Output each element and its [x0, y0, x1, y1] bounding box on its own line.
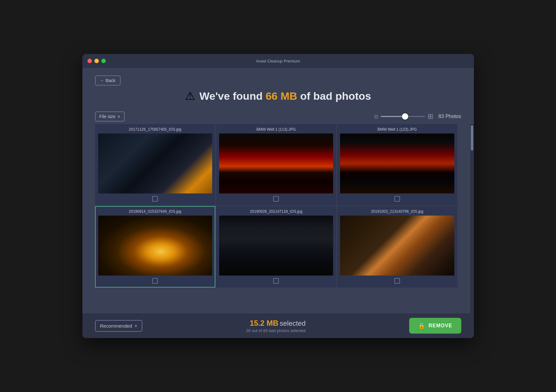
photo-checkbox[interactable] — [152, 278, 158, 284]
content-area: 20171126_175657405_iOS.jpgBMW Welt 1 (11… — [82, 124, 474, 313]
window-title: Avast Cleanup Premium — [256, 59, 300, 63]
zoom-out-icon: ⊟ — [374, 114, 378, 120]
minimize-button[interactable] — [94, 59, 99, 63]
sort-label: File size — [99, 114, 116, 119]
photo-checkbox[interactable] — [273, 196, 279, 202]
photo-filename: BMW Welt 1 (113).JPG — [219, 127, 333, 132]
photo-checkbox[interactable] — [394, 278, 400, 284]
photo-card[interactable]: BMW Welt 1 (123).JPG — [337, 124, 457, 205]
title-size: 66 MB — [266, 90, 297, 102]
page-title-row: ⚠ We've found 66 MB of bad photos — [95, 89, 461, 103]
photo-card[interactable]: 20190928_201147118_iOS.jpg — [216, 206, 336, 288]
photo-thumbnail — [98, 216, 212, 276]
photo-card[interactable]: 20190914_015337649_iOS.jpg — [95, 206, 215, 288]
selected-size: 15.2 MB — [250, 319, 278, 327]
recommended-dropdown[interactable]: Recommended ∨ — [95, 320, 143, 332]
remove-button[interactable]: 🔒 REMOVE — [409, 318, 461, 334]
zoom-slider[interactable] — [381, 116, 425, 117]
scrollbar-thumb — [471, 125, 473, 151]
photo-filename: 20190914_015337649_iOS.jpg — [98, 209, 212, 214]
app-window: Avast Cleanup Premium ← Back ⚠ We've fou… — [82, 54, 474, 338]
photo-thumbnail — [340, 216, 454, 276]
toolbar: File size ∨ ⊟ ⊞ 83 Photos — [82, 108, 474, 124]
selected-text: selected — [280, 319, 306, 327]
lock-icon: 🔒 — [418, 322, 425, 329]
zoom-slider-area: ⊟ ⊞ — [374, 112, 433, 121]
traffic-lights — [87, 59, 106, 63]
slider-fill — [381, 116, 405, 117]
photo-grid: 20171126_175657405_iOS.jpgBMW Welt 1 (11… — [95, 124, 457, 288]
photo-checkbox[interactable] — [273, 278, 279, 284]
recommended-label: Recommended — [100, 323, 132, 329]
close-button[interactable] — [87, 59, 92, 63]
zoom-in-icon: ⊞ — [427, 112, 433, 121]
slider-thumb — [402, 113, 408, 120]
photo-card[interactable]: BMW Welt 1 (113).JPG — [216, 124, 336, 205]
maximize-button[interactable] — [101, 59, 106, 63]
chevron-down-icon: ∨ — [135, 324, 137, 328]
photo-filename: BMW Welt 1 (123).JPG — [340, 127, 454, 132]
remove-label: REMOVE — [428, 323, 452, 329]
photo-checkbox[interactable] — [152, 196, 158, 202]
photo-thumbnail — [219, 216, 333, 276]
sort-dropdown[interactable]: File size ∨ — [95, 111, 125, 122]
photo-thumbnail — [219, 134, 333, 193]
photo-count: 83 Photos — [438, 114, 461, 119]
photo-filename: 20190928_201147118_iOS.jpg — [219, 209, 333, 214]
photo-thumbnail — [98, 134, 212, 193]
chevron-down-icon: ∨ — [117, 114, 120, 119]
scrollbar[interactable] — [470, 124, 474, 313]
page-title: We've found 66 MB of bad photos — [200, 90, 371, 102]
photo-filename: 20171126_175657405_iOS.jpg — [98, 127, 212, 132]
selected-size-row: 15.2 MB selected — [246, 319, 306, 328]
selection-detail: 26 out of 83 bad photos selected — [246, 328, 306, 333]
photo-checkbox[interactable] — [394, 196, 400, 202]
title-bar: Avast Cleanup Premium — [82, 54, 474, 68]
back-button[interactable]: ← Back — [95, 75, 121, 86]
footer-selection-info: 15.2 MB selected 26 out of 83 bad photos… — [246, 319, 306, 333]
main-content: ← Back ⚠ We've found 66 MB of bad photos… — [82, 68, 474, 313]
warning-icon: ⚠ — [185, 89, 195, 103]
header-area: ← Back ⚠ We've found 66 MB of bad photos — [82, 68, 474, 108]
footer-bar: Recommended ∨ 15.2 MB selected 26 out of… — [82, 313, 474, 338]
photo-grid-wrapper: 20171126_175657405_iOS.jpgBMW Welt 1 (11… — [82, 124, 470, 313]
photo-filename: 20191003_213140796_iOS.jpg — [340, 209, 454, 214]
photo-card[interactable]: 20191003_213140796_iOS.jpg — [337, 206, 457, 288]
toolbar-right: ⊟ ⊞ 83 Photos — [374, 112, 461, 121]
photo-thumbnail — [340, 134, 454, 193]
photo-card[interactable]: 20171126_175657405_iOS.jpg — [95, 124, 215, 205]
title-prefix: We've found — [200, 90, 266, 102]
title-suffix: of bad photos — [297, 90, 371, 102]
